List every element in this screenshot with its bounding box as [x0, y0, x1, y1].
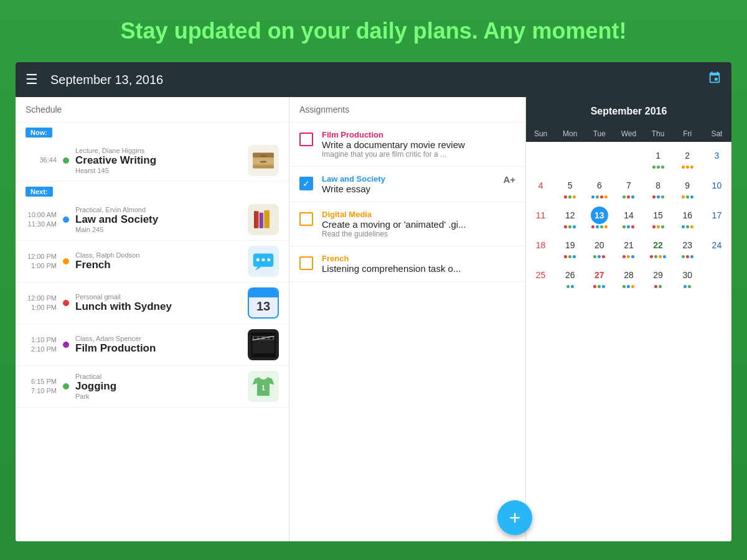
calendar-cell[interactable]: 18 [526, 234, 555, 264]
calendar-dots [622, 285, 634, 288]
calendar-cell[interactable]: 19 [555, 234, 585, 264]
schedule-info: Personal gmail Lunch with Sydney [75, 293, 248, 313]
list-item[interactable]: 12:00 PM 1:00 PM Personal gmail Lunch wi… [16, 282, 289, 324]
assignment-title: Write a documentary movie review [322, 139, 465, 150]
banner-green-text: Any moment! [483, 18, 626, 44]
toolbar-title: September 13, 2016 [50, 73, 708, 87]
calendar-cell[interactable]: 13 [585, 204, 614, 234]
calendar-dots [591, 195, 608, 198]
list-item[interactable]: 1:10 PM 2:10 PM Class, Adam Spencer Film… [16, 324, 289, 366]
calendar-header: September 2016 [526, 97, 731, 126]
toolbar-calendar-icon[interactable] [708, 71, 721, 88]
calendar-cell[interactable]: 4 [526, 174, 555, 204]
calendar-dot [596, 225, 599, 228]
calendar-dot [686, 166, 689, 169]
calendar-date: 25 [532, 266, 550, 284]
calendar-week: 252627282930 [526, 264, 731, 294]
calendar-date: 11 [532, 207, 550, 224]
list-item[interactable]: Film Production Write a documentary movi… [289, 123, 525, 167]
calendar-cell[interactable]: 21 [614, 234, 643, 264]
schedule-time: 36:44 [26, 156, 63, 165]
schedule-name: French [75, 259, 248, 271]
calendar-cell[interactable]: 11 [526, 204, 555, 234]
calendar-dot [682, 166, 685, 169]
list-item[interactable]: 10:00 AM 11:30 AM Practical, Ervin Almon… [16, 199, 289, 241]
calendar-cell[interactable]: 12 [555, 204, 585, 234]
content-area: Schedule Now: 36:44 Lecture, Diane Higgi… [16, 97, 731, 541]
calendar-dot [654, 255, 657, 258]
list-item[interactable]: 36:44 Lecture, Diane Higgins Creative Wr… [16, 140, 289, 182]
calendar-cell[interactable]: 1 [644, 144, 673, 174]
calendar-dot [661, 166, 664, 169]
calendar-dots [682, 166, 693, 169]
calendar-dot [682, 195, 685, 198]
calendar-cell[interactable]: 30 [673, 264, 702, 294]
calendar-dot [659, 285, 662, 288]
schedule-panel: Schedule Now: 36:44 Lecture, Diane Higgi… [16, 97, 289, 541]
svg-rect-19 [254, 337, 257, 340]
calendar-dot [622, 195, 626, 198]
calendar-cell[interactable]: 28 [614, 264, 643, 294]
calendar-date: 30 [679, 266, 696, 284]
calendar-dots [682, 195, 693, 198]
calendar-dot [602, 285, 605, 288]
schedule-icon [248, 145, 279, 176]
calendar-date: 6 [591, 177, 608, 194]
schedule-time: 12:00 PM 1:00 PM [26, 294, 63, 313]
calendar-dot [593, 285, 596, 288]
calendar-dot [654, 285, 657, 288]
schedule-dot [63, 342, 69, 348]
list-item[interactable]: Law and Society Write essay A+ [289, 167, 525, 202]
calendar-cell[interactable]: 29 [644, 264, 673, 294]
schedule-location: Hearst 145 [75, 167, 248, 174]
schedule-info: Practical Jogging Park [75, 373, 248, 400]
assignment-category: Digital Media [322, 210, 466, 219]
calendar-dot [690, 255, 693, 258]
calendar-cell[interactable]: 15 [644, 204, 673, 234]
calendar-cell[interactable]: 16 [673, 204, 702, 234]
calendar-cell[interactable]: 5 [555, 174, 585, 204]
assignments-header: Assignments [289, 97, 525, 123]
calendar-dot [573, 255, 576, 258]
assignment-checkbox[interactable] [299, 177, 313, 190]
calendar-cell[interactable]: 23 [673, 234, 702, 264]
calendar-cell[interactable]: 6 [585, 174, 614, 204]
calendar-date: 18 [532, 236, 550, 254]
list-item[interactable]: 12:00 PM 1:00 PM Class, Ralph Dodson Fre… [16, 241, 289, 282]
calendar-cell[interactable]: 8 [644, 174, 673, 204]
calendar-cell[interactable]: 10 [702, 174, 731, 204]
calendar-date: 1 [649, 147, 667, 164]
calendar-cell[interactable]: 7 [614, 174, 643, 204]
menu-icon[interactable]: ☰ [26, 72, 38, 88]
svg-rect-8 [264, 210, 270, 228]
fab-button[interactable]: + [497, 500, 532, 535]
calendar-date: 21 [620, 236, 637, 254]
schedule-name: Lunch with Sydney [75, 301, 248, 313]
calendar-date: 16 [679, 207, 696, 224]
calendar-date: 3 [708, 147, 725, 164]
calendar-cell[interactable]: 26 [555, 264, 585, 294]
calendar-dot [652, 166, 655, 169]
calendar-cell[interactable]: 9 [673, 174, 702, 204]
list-item[interactable]: Digital Media Create a moving or 'animat… [289, 202, 525, 246]
svg-rect-10 [260, 213, 261, 228]
calendar-cell[interactable]: 20 [585, 234, 614, 264]
calendar-cell[interactable]: 25 [526, 264, 555, 294]
calendar-cell[interactable]: 24 [702, 234, 731, 264]
calendar-cell[interactable]: 2 [673, 144, 702, 174]
calendar-dots [654, 285, 662, 288]
assignment-checkbox[interactable] [299, 212, 313, 226]
calendar-cell[interactable]: 22 [644, 234, 673, 264]
list-item[interactable]: French Listening comprehension task o... [289, 246, 525, 282]
calendar-cell[interactable]: 3 [702, 144, 731, 174]
assignment-checkbox[interactable] [299, 133, 313, 146]
schedule-info: Practical, Ervin Almond Law and Society … [75, 206, 248, 233]
calendar-cell[interactable]: 17 [702, 204, 731, 234]
calendar-cell[interactable]: 14 [614, 204, 643, 234]
calendar-cell[interactable]: 27 [585, 264, 614, 294]
schedule-dot [63, 157, 69, 164]
calendar-dot [631, 255, 634, 258]
assignment-checkbox[interactable] [299, 256, 313, 270]
list-item[interactable]: 6:15 PM 7:10 PM Practical Jogging Park 1 [16, 366, 289, 408]
svg-rect-5 [260, 161, 266, 163]
